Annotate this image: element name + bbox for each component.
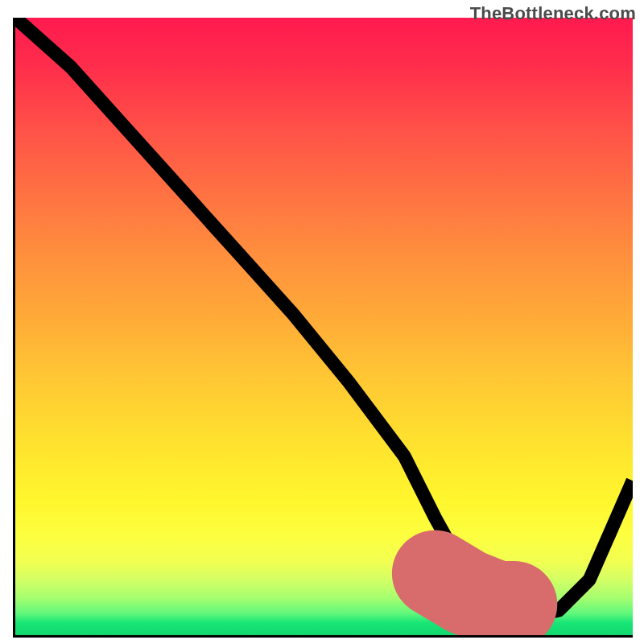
bottleneck-curve [15, 18, 633, 617]
bottleneck-chart: TheBottleneck.com [0, 0, 644, 644]
chart-svg [15, 18, 633, 635]
watermark-text: TheBottleneck.com [470, 3, 636, 24]
optimal-marker [436, 573, 559, 604]
plot-area [13, 18, 633, 638]
